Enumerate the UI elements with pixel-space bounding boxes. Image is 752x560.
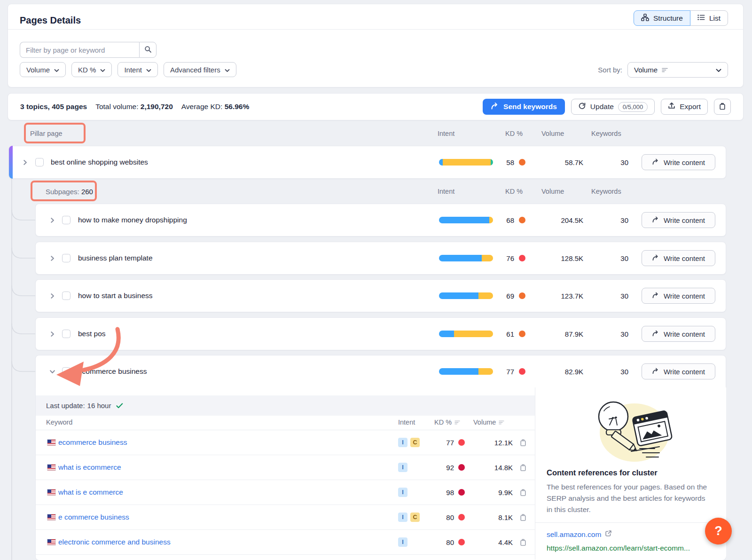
list-view-button[interactable]: List bbox=[690, 10, 728, 26]
write-content-label: Write content bbox=[664, 158, 705, 166]
volume-value: 4.4K bbox=[475, 538, 513, 546]
keyword-link[interactable]: what is e commerce bbox=[58, 488, 123, 497]
us-flag-icon bbox=[47, 539, 55, 545]
kd-filter-label: KD % bbox=[78, 66, 96, 74]
kd-value: 77 bbox=[480, 368, 514, 376]
row-checkbox[interactable] bbox=[35, 158, 44, 166]
keyword-link[interactable]: ecommerce business bbox=[58, 438, 127, 447]
volume-value: 8.1K bbox=[475, 513, 513, 521]
keyword-link[interactable]: e commerce business bbox=[58, 513, 129, 521]
write-content-button[interactable]: Write content bbox=[642, 212, 715, 228]
sort-by-value: Volume bbox=[634, 66, 658, 74]
us-flag-icon bbox=[47, 440, 55, 445]
chevron-down-icon bbox=[716, 66, 721, 74]
kd-sort-header[interactable]: KD % bbox=[434, 418, 460, 426]
subpage-row[interactable]: best pos 61 87.9K 30 Write content bbox=[35, 317, 726, 350]
help-button[interactable]: ? bbox=[705, 518, 732, 544]
volume-value: 9.9K bbox=[475, 489, 513, 497]
kd-value: 58 bbox=[480, 158, 514, 166]
subpage-title: how to make money dropshipping bbox=[78, 216, 187, 224]
check-icon bbox=[116, 403, 123, 409]
keyword-link[interactable]: what is ecommerce bbox=[58, 463, 121, 472]
kd-dot bbox=[458, 539, 465, 545]
chevron-right-icon[interactable] bbox=[49, 292, 55, 299]
filter-search bbox=[20, 42, 157, 58]
export-label: Export bbox=[680, 103, 701, 111]
delete-button[interactable] bbox=[714, 99, 731, 115]
kd-dot bbox=[458, 489, 465, 496]
keywords-count: 30 bbox=[592, 292, 628, 300]
keywords-count: 30 bbox=[592, 254, 628, 262]
volume-column-header: Volume bbox=[541, 188, 564, 195]
row-checkbox[interactable] bbox=[62, 292, 70, 300]
structure-view-button[interactable]: Structure bbox=[634, 10, 690, 26]
subpage-row-expanded[interactable]: ecommerce business 77 82.9K 30 Write con… bbox=[35, 355, 726, 388]
subpage-row[interactable]: how to make money dropshipping 68 204.5K… bbox=[35, 204, 726, 237]
write-arrow-icon bbox=[652, 330, 659, 338]
volume-value: 58.7K bbox=[528, 158, 583, 166]
chevron-right-icon[interactable] bbox=[49, 217, 55, 223]
update-button[interactable]: Update 0/5,000 bbox=[571, 99, 655, 115]
kd-value: 69 bbox=[480, 292, 514, 300]
chevron-right-icon[interactable] bbox=[22, 159, 28, 166]
intent-filter-label: Intent bbox=[124, 66, 142, 74]
keyword-row: ecommerce business IC 77 12.1K bbox=[36, 430, 535, 455]
kd-dot bbox=[519, 292, 525, 299]
chevron-right-icon[interactable] bbox=[49, 331, 55, 337]
sort-by-select[interactable]: Volume bbox=[627, 62, 728, 78]
write-content-label: Write content bbox=[664, 330, 705, 338]
reference-url[interactable]: https://sell.amazon.com/learn/start-ecom… bbox=[547, 544, 721, 552]
trash-icon[interactable] bbox=[519, 489, 527, 497]
pillar-page-row[interactable]: best online shopping websites 58 58.7K 3… bbox=[8, 146, 726, 179]
row-checkbox[interactable] bbox=[62, 330, 70, 338]
volume-value: 128.5K bbox=[528, 254, 583, 262]
intent-filter-dropdown[interactable]: Intent bbox=[118, 62, 158, 77]
trash-icon[interactable] bbox=[519, 513, 527, 521]
trash-icon[interactable] bbox=[519, 439, 527, 447]
cluster-details-panel: Last update: 16 hour Keyword Intent KD %… bbox=[35, 387, 726, 560]
subpage-title: how to start a business bbox=[78, 292, 153, 300]
write-arrow-icon bbox=[652, 254, 659, 262]
volume-filter-dropdown[interactable]: Volume bbox=[20, 62, 66, 77]
keyword-row: what is ecommerce I 92 14.8K bbox=[36, 455, 535, 480]
trash-icon[interactable] bbox=[519, 464, 527, 472]
keyword-row: electronic commerce and business I 80 4.… bbox=[36, 530, 535, 555]
write-content-button[interactable]: Write content bbox=[642, 250, 715, 266]
keyword-link[interactable]: electronic commerce and business bbox=[58, 538, 171, 546]
intent-column-header: Intent bbox=[398, 418, 415, 426]
kd-value: 92 bbox=[426, 464, 454, 472]
kd-value: 98 bbox=[426, 489, 454, 497]
send-keywords-button[interactable]: Send keywords bbox=[483, 99, 565, 115]
trash-icon[interactable] bbox=[519, 538, 527, 546]
export-button[interactable]: Export bbox=[661, 99, 708, 115]
intent-badges: I bbox=[398, 463, 407, 472]
kd-value: 68 bbox=[480, 216, 514, 224]
reference-domain-link[interactable]: sell.amazon.com bbox=[547, 530, 612, 539]
volume-sort-header[interactable]: Volume bbox=[473, 418, 504, 426]
keywords-count: 30 bbox=[592, 216, 628, 224]
filter-chips: Volume KD % Intent Advanced filters bbox=[20, 62, 236, 77]
row-checkbox[interactable] bbox=[62, 367, 70, 376]
row-checkbox[interactable] bbox=[62, 216, 70, 224]
chevron-down-icon[interactable] bbox=[49, 368, 55, 375]
content-references-panel: Content references for cluster The best … bbox=[535, 387, 726, 560]
write-content-button[interactable]: Write content bbox=[642, 363, 715, 379]
write-content-button[interactable]: Write content bbox=[642, 154, 715, 170]
advanced-filters-dropdown[interactable]: Advanced filters bbox=[164, 62, 236, 77]
send-keywords-label: Send keywords bbox=[503, 103, 557, 111]
kd-value: 80 bbox=[426, 538, 454, 546]
subpage-row[interactable]: how to start a business 69 123.7K 30 Wri… bbox=[35, 279, 726, 312]
kd-filter-dropdown[interactable]: KD % bbox=[71, 62, 112, 77]
intent-column-header: Intent bbox=[438, 130, 454, 137]
subpage-row[interactable]: business plan template 76 128.5K 30 Writ… bbox=[35, 242, 726, 275]
volume-value: 87.9K bbox=[528, 330, 583, 338]
chevron-right-icon[interactable] bbox=[49, 255, 55, 261]
search-button[interactable] bbox=[139, 42, 157, 58]
search-input[interactable] bbox=[20, 42, 139, 58]
write-arrow-icon bbox=[652, 292, 659, 300]
topics-pages-count: 3 topics, 405 pages bbox=[20, 103, 87, 111]
write-content-button[interactable]: Write content bbox=[642, 288, 715, 304]
volume-filter-label: Volume bbox=[26, 66, 50, 74]
row-checkbox[interactable] bbox=[62, 254, 70, 262]
write-content-button[interactable]: Write content bbox=[642, 326, 715, 342]
